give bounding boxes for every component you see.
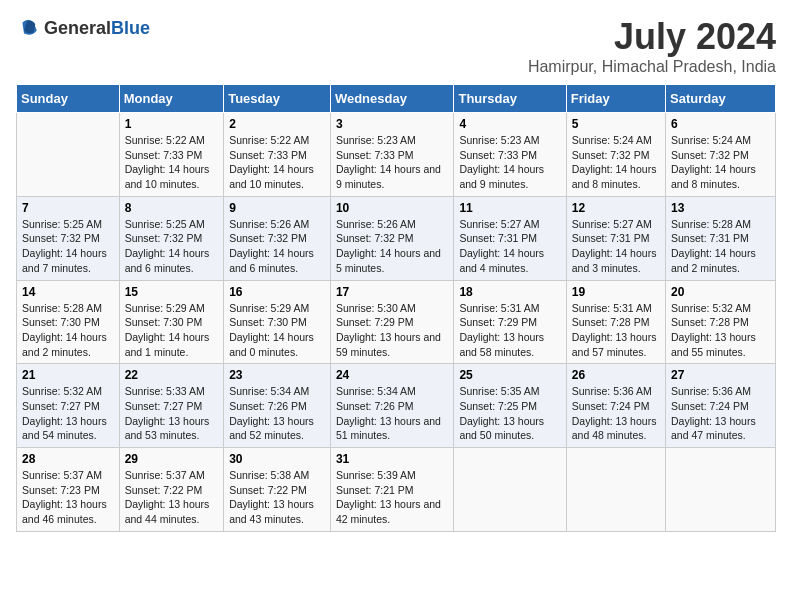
day-number: 19 <box>572 285 660 299</box>
day-info: Sunrise: 5:25 AM Sunset: 7:32 PM Dayligh… <box>22 217 114 276</box>
day-number: 23 <box>229 368 325 382</box>
calendar-cell: 18Sunrise: 5:31 AM Sunset: 7:29 PM Dayli… <box>454 280 566 364</box>
calendar-cell: 7Sunrise: 5:25 AM Sunset: 7:32 PM Daylig… <box>17 196 120 280</box>
day-info: Sunrise: 5:37 AM Sunset: 7:22 PM Dayligh… <box>125 468 218 527</box>
calendar-table: SundayMondayTuesdayWednesdayThursdayFrid… <box>16 84 776 532</box>
day-number: 14 <box>22 285 114 299</box>
day-info: Sunrise: 5:33 AM Sunset: 7:27 PM Dayligh… <box>125 384 218 443</box>
day-info: Sunrise: 5:39 AM Sunset: 7:21 PM Dayligh… <box>336 468 449 527</box>
weekday-header: Wednesday <box>330 85 454 113</box>
day-info: Sunrise: 5:34 AM Sunset: 7:26 PM Dayligh… <box>336 384 449 443</box>
calendar-cell: 14Sunrise: 5:28 AM Sunset: 7:30 PM Dayli… <box>17 280 120 364</box>
logo: GeneralBlue <box>16 16 150 40</box>
day-number: 18 <box>459 285 560 299</box>
calendar-cell: 4Sunrise: 5:23 AM Sunset: 7:33 PM Daylig… <box>454 113 566 197</box>
calendar-cell: 24Sunrise: 5:34 AM Sunset: 7:26 PM Dayli… <box>330 364 454 448</box>
logo-text-general: General <box>44 18 111 38</box>
title-area: July 2024 Hamirpur, Himachal Pradesh, In… <box>528 16 776 76</box>
calendar-cell: 19Sunrise: 5:31 AM Sunset: 7:28 PM Dayli… <box>566 280 665 364</box>
calendar-cell: 17Sunrise: 5:30 AM Sunset: 7:29 PM Dayli… <box>330 280 454 364</box>
calendar-cell: 2Sunrise: 5:22 AM Sunset: 7:33 PM Daylig… <box>224 113 331 197</box>
calendar-cell: 12Sunrise: 5:27 AM Sunset: 7:31 PM Dayli… <box>566 196 665 280</box>
calendar-row: 1Sunrise: 5:22 AM Sunset: 7:33 PM Daylig… <box>17 113 776 197</box>
calendar-cell: 25Sunrise: 5:35 AM Sunset: 7:25 PM Dayli… <box>454 364 566 448</box>
day-info: Sunrise: 5:36 AM Sunset: 7:24 PM Dayligh… <box>671 384 770 443</box>
calendar-cell: 6Sunrise: 5:24 AM Sunset: 7:32 PM Daylig… <box>666 113 776 197</box>
calendar-cell: 22Sunrise: 5:33 AM Sunset: 7:27 PM Dayli… <box>119 364 223 448</box>
day-number: 2 <box>229 117 325 131</box>
calendar-cell: 1Sunrise: 5:22 AM Sunset: 7:33 PM Daylig… <box>119 113 223 197</box>
day-number: 17 <box>336 285 449 299</box>
day-number: 12 <box>572 201 660 215</box>
calendar-cell: 9Sunrise: 5:26 AM Sunset: 7:32 PM Daylig… <box>224 196 331 280</box>
day-number: 1 <box>125 117 218 131</box>
day-number: 21 <box>22 368 114 382</box>
weekday-header: Tuesday <box>224 85 331 113</box>
day-info: Sunrise: 5:29 AM Sunset: 7:30 PM Dayligh… <box>229 301 325 360</box>
day-info: Sunrise: 5:27 AM Sunset: 7:31 PM Dayligh… <box>459 217 560 276</box>
calendar-cell: 29Sunrise: 5:37 AM Sunset: 7:22 PM Dayli… <box>119 448 223 532</box>
day-number: 20 <box>671 285 770 299</box>
calendar-cell: 10Sunrise: 5:26 AM Sunset: 7:32 PM Dayli… <box>330 196 454 280</box>
calendar-row: 28Sunrise: 5:37 AM Sunset: 7:23 PM Dayli… <box>17 448 776 532</box>
day-info: Sunrise: 5:36 AM Sunset: 7:24 PM Dayligh… <box>572 384 660 443</box>
calendar-cell: 21Sunrise: 5:32 AM Sunset: 7:27 PM Dayli… <box>17 364 120 448</box>
day-info: Sunrise: 5:38 AM Sunset: 7:22 PM Dayligh… <box>229 468 325 527</box>
day-number: 25 <box>459 368 560 382</box>
logo-icon <box>16 16 40 40</box>
day-number: 11 <box>459 201 560 215</box>
weekday-header-row: SundayMondayTuesdayWednesdayThursdayFrid… <box>17 85 776 113</box>
calendar-cell: 15Sunrise: 5:29 AM Sunset: 7:30 PM Dayli… <box>119 280 223 364</box>
weekday-header: Monday <box>119 85 223 113</box>
calendar-cell: 20Sunrise: 5:32 AM Sunset: 7:28 PM Dayli… <box>666 280 776 364</box>
calendar-cell: 11Sunrise: 5:27 AM Sunset: 7:31 PM Dayli… <box>454 196 566 280</box>
main-title: July 2024 <box>528 16 776 58</box>
day-number: 26 <box>572 368 660 382</box>
day-info: Sunrise: 5:35 AM Sunset: 7:25 PM Dayligh… <box>459 384 560 443</box>
calendar-cell: 23Sunrise: 5:34 AM Sunset: 7:26 PM Dayli… <box>224 364 331 448</box>
calendar-cell <box>17 113 120 197</box>
subtitle: Hamirpur, Himachal Pradesh, India <box>528 58 776 76</box>
calendar-cell: 16Sunrise: 5:29 AM Sunset: 7:30 PM Dayli… <box>224 280 331 364</box>
day-info: Sunrise: 5:28 AM Sunset: 7:31 PM Dayligh… <box>671 217 770 276</box>
day-info: Sunrise: 5:26 AM Sunset: 7:32 PM Dayligh… <box>336 217 449 276</box>
day-info: Sunrise: 5:32 AM Sunset: 7:27 PM Dayligh… <box>22 384 114 443</box>
calendar-cell <box>454 448 566 532</box>
day-number: 24 <box>336 368 449 382</box>
day-info: Sunrise: 5:34 AM Sunset: 7:26 PM Dayligh… <box>229 384 325 443</box>
day-number: 28 <box>22 452 114 466</box>
calendar-cell: 30Sunrise: 5:38 AM Sunset: 7:22 PM Dayli… <box>224 448 331 532</box>
day-info: Sunrise: 5:29 AM Sunset: 7:30 PM Dayligh… <box>125 301 218 360</box>
day-info: Sunrise: 5:22 AM Sunset: 7:33 PM Dayligh… <box>125 133 218 192</box>
day-number: 5 <box>572 117 660 131</box>
day-number: 4 <box>459 117 560 131</box>
logo-text-blue: Blue <box>111 18 150 38</box>
day-number: 10 <box>336 201 449 215</box>
calendar-cell: 8Sunrise: 5:25 AM Sunset: 7:32 PM Daylig… <box>119 196 223 280</box>
day-number: 27 <box>671 368 770 382</box>
day-info: Sunrise: 5:28 AM Sunset: 7:30 PM Dayligh… <box>22 301 114 360</box>
day-info: Sunrise: 5:26 AM Sunset: 7:32 PM Dayligh… <box>229 217 325 276</box>
page-header: GeneralBlue July 2024 Hamirpur, Himachal… <box>16 16 776 76</box>
calendar-cell: 28Sunrise: 5:37 AM Sunset: 7:23 PM Dayli… <box>17 448 120 532</box>
day-info: Sunrise: 5:24 AM Sunset: 7:32 PM Dayligh… <box>671 133 770 192</box>
day-info: Sunrise: 5:30 AM Sunset: 7:29 PM Dayligh… <box>336 301 449 360</box>
calendar-cell: 27Sunrise: 5:36 AM Sunset: 7:24 PM Dayli… <box>666 364 776 448</box>
weekday-header: Saturday <box>666 85 776 113</box>
day-number: 16 <box>229 285 325 299</box>
day-number: 9 <box>229 201 325 215</box>
day-info: Sunrise: 5:37 AM Sunset: 7:23 PM Dayligh… <box>22 468 114 527</box>
day-info: Sunrise: 5:31 AM Sunset: 7:28 PM Dayligh… <box>572 301 660 360</box>
day-number: 8 <box>125 201 218 215</box>
calendar-cell <box>666 448 776 532</box>
calendar-row: 7Sunrise: 5:25 AM Sunset: 7:32 PM Daylig… <box>17 196 776 280</box>
day-number: 31 <box>336 452 449 466</box>
day-info: Sunrise: 5:22 AM Sunset: 7:33 PM Dayligh… <box>229 133 325 192</box>
day-info: Sunrise: 5:24 AM Sunset: 7:32 PM Dayligh… <box>572 133 660 192</box>
calendar-cell: 3Sunrise: 5:23 AM Sunset: 7:33 PM Daylig… <box>330 113 454 197</box>
calendar-cell: 26Sunrise: 5:36 AM Sunset: 7:24 PM Dayli… <box>566 364 665 448</box>
weekday-header: Friday <box>566 85 665 113</box>
day-number: 29 <box>125 452 218 466</box>
day-number: 15 <box>125 285 218 299</box>
calendar-cell <box>566 448 665 532</box>
